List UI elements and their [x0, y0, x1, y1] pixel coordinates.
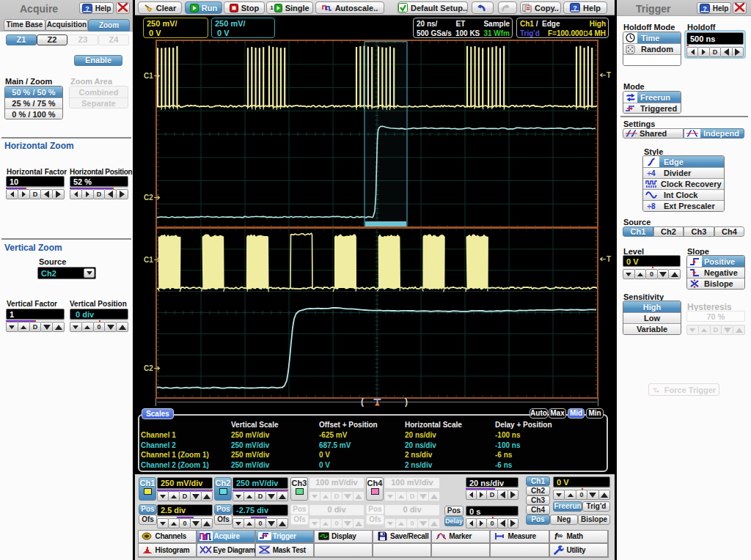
- svg-text:?: ?: [703, 4, 707, 12]
- svg-text:?: ?: [573, 4, 577, 12]
- svg-text:?: ?: [85, 4, 89, 12]
